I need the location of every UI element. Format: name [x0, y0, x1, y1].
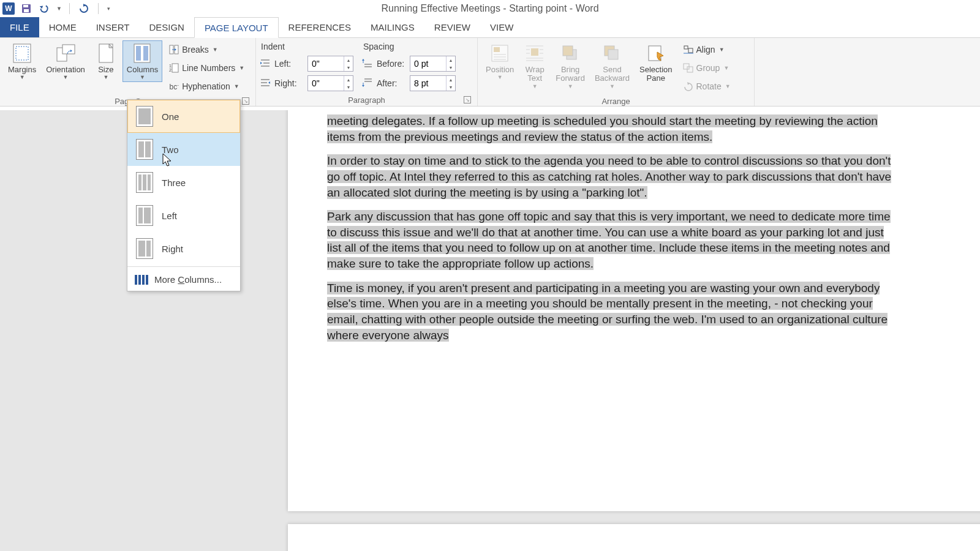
- send-backward-button[interactable]: Send Backward▼: [590, 40, 634, 91]
- repeat-button[interactable]: [77, 2, 91, 15]
- wrap-text-button[interactable]: Wrap Text▼: [519, 40, 550, 91]
- position-icon: [489, 42, 511, 64]
- tab-mailings[interactable]: MAILINGS: [361, 17, 424, 37]
- svg-rect-2: [24, 9, 29, 12]
- hyphenation-icon: bc-: [168, 81, 179, 92]
- group-icon: [683, 62, 694, 73]
- undo-caret-icon[interactable]: ▼: [56, 6, 62, 12]
- group-label-arrange: Arrange: [481, 96, 750, 107]
- indent-right-icon: [260, 78, 271, 89]
- ribbon: Margins▼ Orientation▼ Size▼ Columns▼ Bre…: [0, 38, 980, 107]
- more-columns-button[interactable]: More Columns...: [127, 268, 240, 291]
- columns-dropdown-menu: One Two Three Left Right More Columns...: [127, 99, 241, 291]
- ribbon-tabs: FILE HOME INSERT DESIGN PAGE LAYOUT REFE…: [0, 17, 980, 38]
- group-button[interactable]: Group▼: [680, 59, 733, 77]
- document-page-2[interactable]: brought their laptops to meetings. If yo…: [288, 524, 980, 551]
- document-paragraph[interactable]: Park any discussion that has gone off to…: [327, 210, 891, 270]
- undo-button[interactable]: [38, 2, 51, 15]
- indent-heading: Indent: [260, 40, 353, 54]
- svg-text:2: 2: [169, 68, 172, 72]
- paragraph-dialog-launcher[interactable]: ↘: [464, 96, 471, 103]
- window-title: Running Effective Meetings - Starting po…: [381, 3, 598, 14]
- indent-right-input[interactable]: ▲▼: [307, 75, 353, 91]
- spacing-after-icon: [362, 78, 373, 89]
- svg-rect-22: [608, 50, 618, 59]
- align-button[interactable]: Align▼: [680, 40, 733, 59]
- tab-page-layout[interactable]: PAGE LAYOUT: [194, 17, 279, 38]
- tab-file[interactable]: FILE: [0, 17, 39, 37]
- spacing-before-input[interactable]: ▲▼: [410, 56, 456, 72]
- tab-view[interactable]: VIEW: [480, 17, 523, 37]
- svg-rect-20: [563, 46, 573, 56]
- more-columns-icon: [135, 275, 148, 285]
- spacing-after-input[interactable]: ▲▼: [410, 75, 456, 91]
- group-paragraph: Indent Left: ▲▼ Right: ▲▼ Spacing Before…: [256, 38, 478, 106]
- qat-customize-icon[interactable]: ▾: [107, 6, 110, 12]
- group-label-paragraph: Paragraph ↘: [260, 94, 473, 106]
- save-button[interactable]: [20, 2, 33, 15]
- margins-button[interactable]: Margins▼: [4, 40, 40, 82]
- group-page-setup: Margins▼ Orientation▼ Size▼ Columns▼ Bre…: [0, 38, 256, 106]
- size-icon: [95, 42, 117, 64]
- columns-button[interactable]: Columns▼: [123, 40, 162, 82]
- spacing-heading: Spacing: [362, 40, 456, 54]
- word-app-icon: W: [2, 2, 15, 15]
- line-numbers-button[interactable]: 12 Line Numbers▼: [166, 59, 247, 77]
- three-column-icon: [136, 172, 153, 193]
- left-column-icon: [136, 205, 153, 226]
- tab-insert[interactable]: INSERT: [86, 17, 140, 37]
- svg-text:1: 1: [169, 64, 172, 68]
- svg-rect-9: [136, 46, 141, 61]
- columns-option-three[interactable]: Three: [127, 166, 240, 199]
- rotate-button[interactable]: Rotate▼: [680, 77, 733, 96]
- tab-references[interactable]: REFERENCES: [279, 17, 361, 37]
- rotate-icon: [683, 81, 694, 92]
- svg-rect-6: [62, 45, 75, 54]
- wrap-text-icon: [524, 42, 546, 64]
- tab-review[interactable]: REVIEW: [424, 17, 480, 37]
- size-button[interactable]: Size▼: [91, 40, 121, 82]
- hyphenation-button[interactable]: bc- Hyphenation▼: [166, 77, 247, 96]
- indent-left-input[interactable]: ▲▼: [307, 56, 353, 72]
- columns-icon: [131, 42, 153, 64]
- tab-design[interactable]: DESIGN: [139, 17, 194, 37]
- svg-rect-25: [688, 48, 693, 53]
- svg-rect-17: [494, 47, 500, 52]
- page-setup-dialog-launcher[interactable]: ↘: [242, 97, 249, 105]
- bring-forward-icon: [559, 42, 581, 64]
- margins-icon: [11, 42, 33, 64]
- indent-left-icon: [260, 58, 271, 69]
- breaks-icon: [168, 44, 179, 55]
- send-backward-icon: [601, 42, 623, 64]
- tab-home[interactable]: HOME: [39, 17, 86, 37]
- group-arrange: Position▼ Wrap Text▼ Bring Forward▼ Send…: [478, 38, 755, 106]
- position-button[interactable]: Position▼: [481, 40, 518, 82]
- orientation-icon: [55, 42, 77, 64]
- spacing-before-icon: [362, 58, 373, 69]
- svg-rect-10: [143, 46, 148, 61]
- two-column-icon: [136, 139, 153, 160]
- align-icon: [683, 44, 694, 55]
- selection-pane-icon: [645, 42, 667, 64]
- document-paragraph[interactable]: In order to stay on time and to stick to…: [327, 154, 891, 198]
- title-bar: W ▼ ▾ Running Effective Meetings - Start…: [0, 0, 980, 17]
- bring-forward-button[interactable]: Bring Forward▼: [551, 40, 589, 91]
- document-page-1[interactable]: meeting delegates. If a follow up meetin…: [288, 110, 980, 511]
- columns-option-right[interactable]: Right: [127, 232, 240, 265]
- line-numbers-icon: 12: [168, 62, 179, 73]
- document-paragraph[interactable]: Time is money, if you aren't present and…: [327, 282, 888, 342]
- right-column-icon: [136, 238, 153, 259]
- svg-rect-13: [172, 64, 178, 72]
- breaks-button[interactable]: Breaks▼: [166, 40, 247, 59]
- columns-option-left[interactable]: Left: [127, 199, 240, 232]
- columns-option-one[interactable]: One: [127, 100, 240, 133]
- svg-rect-18: [531, 48, 538, 56]
- svg-rect-24: [684, 46, 688, 49]
- orientation-button[interactable]: Orientation▼: [42, 40, 89, 82]
- one-column-icon: [136, 106, 153, 127]
- selection-pane-button[interactable]: Selection Pane: [635, 40, 676, 85]
- columns-option-two[interactable]: Two: [127, 133, 240, 166]
- svg-rect-1: [23, 5, 28, 7]
- document-paragraph[interactable]: meeting delegates. If a follow up meetin…: [327, 114, 878, 143]
